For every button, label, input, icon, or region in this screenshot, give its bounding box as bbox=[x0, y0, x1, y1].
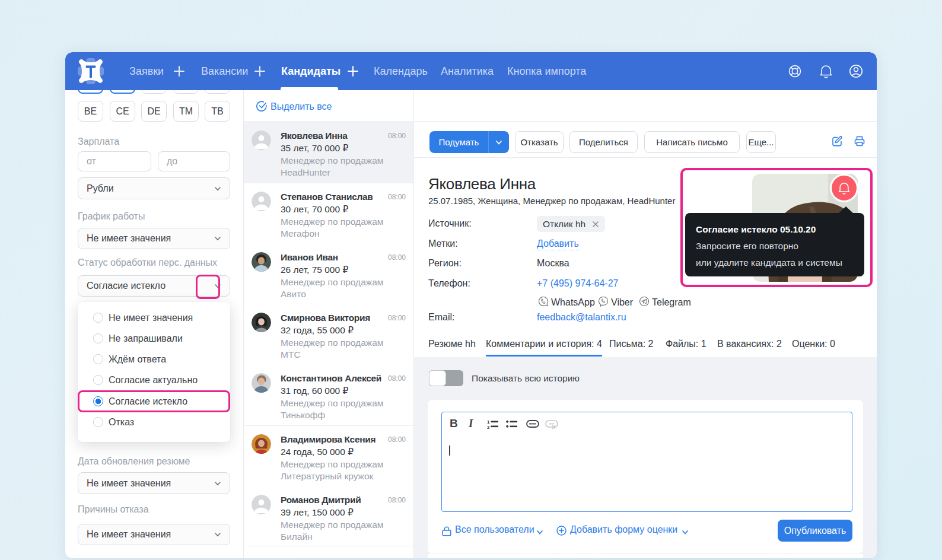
svg-text:1: 1 bbox=[487, 419, 490, 425]
svg-text:2: 2 bbox=[487, 425, 490, 429]
